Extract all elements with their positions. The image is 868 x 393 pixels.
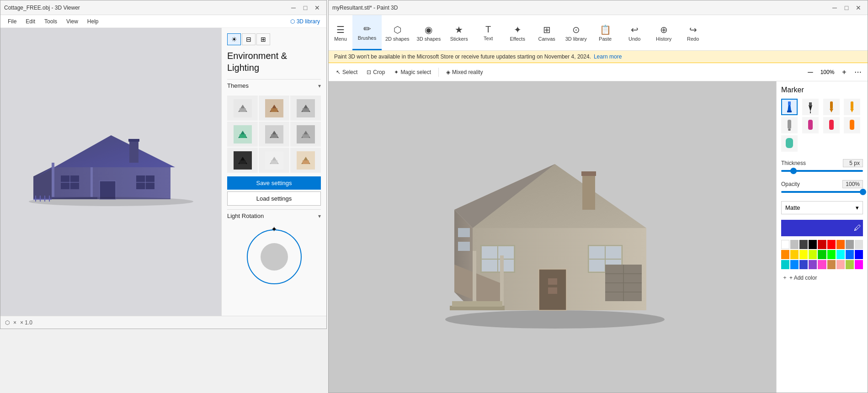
pen-icon bbox=[805, 101, 816, 113]
brush-item-3[interactable] bbox=[823, 99, 840, 115]
theme-item-9[interactable] bbox=[290, 148, 321, 173]
material-selector[interactable]: Matte ▾ bbox=[781, 201, 863, 214]
theme-item-4[interactable] bbox=[227, 122, 258, 147]
viewer-3d-canvas[interactable] bbox=[0, 28, 221, 316]
brush-item-marker-a[interactable] bbox=[781, 99, 798, 115]
brush-item-4[interactable] bbox=[844, 99, 860, 115]
save-settings-btn[interactable]: Save settings bbox=[227, 176, 321, 190]
theme-item-1[interactable] bbox=[227, 96, 258, 121]
brush-item-7[interactable] bbox=[823, 117, 840, 133]
brush-item-6[interactable] bbox=[802, 117, 819, 133]
opacity-thumb[interactable] bbox=[860, 189, 866, 195]
color-salmon[interactable] bbox=[836, 260, 845, 269]
view-toggle-grid[interactable]: ⊞ bbox=[256, 33, 270, 45]
maximize-btn[interactable]: □ bbox=[300, 3, 311, 13]
opacity-slider[interactable] bbox=[781, 191, 863, 193]
toolbar-2d-shapes[interactable]: ⬡ 2D shapes bbox=[382, 15, 413, 50]
crop-tool[interactable]: ⊡ Crop bbox=[363, 65, 389, 80]
minimize-btn[interactable]: ─ bbox=[288, 3, 299, 13]
toolbar-3d-shapes[interactable]: ◉ 3D shapes bbox=[413, 15, 445, 50]
color-yellow[interactable] bbox=[799, 250, 808, 259]
toolbar-stickers[interactable]: ★ Stickers bbox=[444, 15, 474, 50]
brush4-icon bbox=[847, 101, 857, 113]
toolbar-3d-library[interactable]: ⊙ 3D library bbox=[561, 15, 591, 50]
color-olive[interactable] bbox=[846, 260, 854, 269]
load-settings-btn[interactable]: Load settings bbox=[227, 191, 321, 206]
close-btn[interactable]: ✕ bbox=[312, 3, 323, 13]
color-navy[interactable] bbox=[799, 260, 808, 269]
color-dark-orange[interactable] bbox=[781, 250, 789, 259]
notification-link[interactable]: Learn more bbox=[594, 53, 622, 60]
color-yellow-green[interactable] bbox=[809, 250, 817, 259]
theme-item-6[interactable] bbox=[290, 122, 321, 147]
view-toggle-light[interactable]: ☀ bbox=[227, 33, 241, 45]
color-bright-green[interactable] bbox=[827, 250, 836, 259]
menu-help[interactable]: Help bbox=[84, 17, 102, 26]
color-teal[interactable] bbox=[781, 260, 789, 269]
p3d-minimize-btn[interactable]: ─ bbox=[829, 3, 840, 13]
toolbar-canvas[interactable]: ⊞ Canvas bbox=[532, 15, 561, 50]
library-button[interactable]: ⬡ 3D library bbox=[288, 17, 323, 26]
light-rotation-header[interactable]: Light Rotation ▾ bbox=[227, 209, 321, 222]
theme-item-8[interactable] bbox=[259, 148, 289, 173]
canvas-area[interactable] bbox=[329, 81, 776, 393]
mixed-reality-tool[interactable]: ◈ Mixed reality bbox=[442, 65, 486, 80]
brush-item-8[interactable] bbox=[844, 117, 860, 133]
zoom-in-btn[interactable]: + bbox=[838, 66, 850, 78]
view-toggle-flat[interactable]: ⊟ bbox=[242, 33, 256, 45]
themes-header[interactable]: Themes ▾ bbox=[227, 79, 321, 92]
color-gray2[interactable] bbox=[846, 240, 854, 249]
toolbar-effects[interactable]: ✦ Effects bbox=[503, 15, 532, 50]
toolbar-undo[interactable]: ↩ Undo bbox=[620, 15, 649, 50]
zoom-out-btn[interactable]: ─ bbox=[804, 66, 816, 78]
color-white[interactable] bbox=[781, 240, 789, 249]
theme-item-3[interactable] bbox=[290, 96, 321, 121]
toolbar-brushes[interactable]: ✏ Brushes bbox=[352, 15, 382, 50]
color-yellow-orange[interactable] bbox=[790, 250, 799, 259]
more-options-btn[interactable]: ⋯ bbox=[852, 66, 864, 78]
color-cyan[interactable] bbox=[836, 250, 845, 259]
brush-item-9[interactable] bbox=[781, 135, 798, 152]
p3d-close-btn[interactable]: ✕ bbox=[853, 3, 864, 13]
p3d-maximize-btn[interactable]: □ bbox=[841, 3, 852, 13]
color-sky-blue[interactable] bbox=[790, 260, 799, 269]
selected-color-swatch[interactable]: 🖊 bbox=[781, 220, 863, 236]
add-color-btn[interactable]: ＋ + Add color bbox=[781, 271, 863, 284]
color-dark-blue[interactable] bbox=[855, 250, 863, 259]
color-dark-red[interactable] bbox=[818, 240, 826, 249]
color-black[interactable] bbox=[809, 240, 817, 249]
thickness-thumb[interactable] bbox=[790, 168, 797, 174]
color-blue[interactable] bbox=[846, 250, 854, 259]
color-red[interactable] bbox=[827, 240, 836, 249]
theme-item-7[interactable] bbox=[227, 148, 258, 173]
brush-item-5[interactable] bbox=[781, 117, 798, 133]
color-light-gray2[interactable] bbox=[855, 240, 863, 249]
menu-view[interactable]: View bbox=[63, 17, 82, 26]
color-magenta[interactable] bbox=[855, 260, 863, 269]
brush-item-pen[interactable] bbox=[802, 99, 819, 115]
toolbar-history[interactable]: ⊕ History bbox=[649, 15, 678, 50]
color-brown[interactable] bbox=[827, 260, 836, 269]
eyedropper-icon[interactable]: 🖊 bbox=[854, 224, 861, 232]
toolbar-paste[interactable]: 📋 Paste bbox=[591, 15, 620, 50]
menu-tools[interactable]: Tools bbox=[41, 17, 61, 26]
select-tool[interactable]: ↖ Select bbox=[332, 65, 361, 80]
color-dark-gray[interactable] bbox=[799, 240, 808, 249]
magic-select-tool[interactable]: ✦ Magic select bbox=[390, 65, 435, 80]
toolbar-menu[interactable]: ☰ Menu bbox=[329, 15, 352, 50]
toolbar-redo[interactable]: ↪ Redo bbox=[678, 15, 708, 50]
color-pink[interactable] bbox=[818, 260, 826, 269]
menu-file[interactable]: File bbox=[4, 17, 20, 26]
color-orange-red[interactable] bbox=[836, 240, 845, 249]
color-green[interactable] bbox=[818, 250, 826, 259]
toolbar-text[interactable]: T Text bbox=[474, 15, 503, 50]
color-light-gray[interactable] bbox=[790, 240, 799, 249]
theme-preview-4 bbox=[234, 125, 252, 143]
theme-item-2[interactable] bbox=[259, 96, 289, 121]
menu-edit[interactable]: Edit bbox=[22, 17, 39, 26]
rotation-dial[interactable]: ✦ bbox=[247, 229, 302, 284]
viewer-window: Cottage_FREE.obj - 3D Viewer ─ □ ✕ File … bbox=[0, 0, 327, 329]
thickness-slider[interactable] bbox=[781, 170, 863, 172]
theme-item-5[interactable] bbox=[259, 122, 289, 147]
color-purple[interactable] bbox=[809, 260, 817, 269]
